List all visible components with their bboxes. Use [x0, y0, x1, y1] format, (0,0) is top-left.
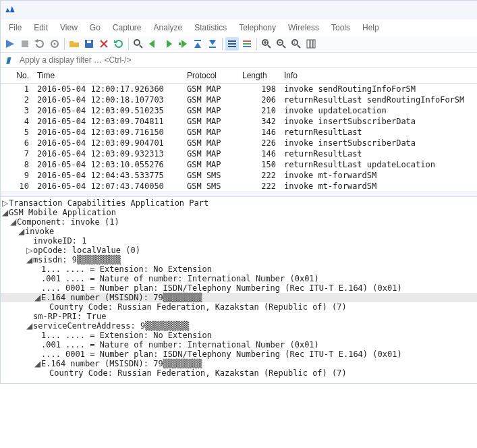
tree-msisdn[interactable]: msisdn: 9▒▒▒▒▒▒▒▒▒ [33, 255, 121, 264]
expand-icon[interactable]: ▷ [1, 198, 9, 208]
svg-rect-14 [243, 43, 251, 45]
cell-info: returnResultLast sendRoutingInfoForSM [280, 94, 477, 105]
tree-cc[interactable]: Country Code: Russian Federation, Kazaks… [49, 302, 347, 312]
zoom-in-icon[interactable] [260, 37, 273, 51]
capture-options-icon[interactable] [48, 37, 61, 51]
cell-length: 146 [238, 127, 280, 138]
save-file-icon[interactable] [82, 37, 96, 51]
svg-rect-11 [228, 43, 236, 45]
expand-icon[interactable]: ▷ [25, 246, 33, 255]
cell-time: 2016-05-04 12:03:09.716150 [33, 127, 183, 138]
collapse-icon[interactable]: ◢ [25, 255, 33, 264]
menu-statistics[interactable]: Statistics [189, 21, 232, 34]
col-info[interactable]: Info [280, 68, 477, 83]
go-first-icon[interactable] [191, 37, 204, 51]
menu-capture[interactable]: Capture [107, 21, 147, 34]
capture-start-icon[interactable] [3, 37, 17, 51]
packet-row[interactable]: 12016-05-04 12:00:17.926360GSM MAP198inv… [1, 84, 477, 94]
go-back-icon[interactable] [146, 37, 160, 51]
packet-row[interactable]: 22016-05-04 12:00:18.107703GSM MAP206ret… [1, 94, 477, 105]
tree-smrp[interactable]: sm-RP-PRI: True [33, 312, 106, 321]
auto-scroll-icon[interactable] [225, 37, 239, 51]
resize-columns-icon[interactable] [304, 37, 318, 51]
tree-sca[interactable]: serviceCentreAddress: 9▒▒▒▒▒▒▒▒▒ [33, 321, 189, 331]
cell-time: 2016-05-04 12:03:09.932313 [33, 148, 183, 159]
tree-cc2[interactable]: Country Code: Russian Federation, Kazaks… [49, 368, 347, 378]
zoom-reset-icon[interactable]: 1 [289, 37, 303, 51]
cell-length: 222 [238, 170, 280, 181]
svg-point-5 [134, 40, 140, 45]
collapse-icon[interactable]: ◢ [9, 217, 17, 227]
col-proto[interactable]: Protocol [183, 68, 238, 83]
close-file-icon[interactable] [97, 37, 111, 51]
packet-row[interactable]: 92016-05-04 12:04:43.533775GSM SMS222inv… [1, 170, 477, 181]
packet-row[interactable]: 52016-05-04 12:03:09.716150GSM MAP146ret… [1, 127, 477, 138]
tree-invoke[interactable]: invoke [25, 227, 54, 236]
tree-nature2[interactable]: .001 .... = Nature of number: Internatio… [41, 340, 319, 349]
packet-row[interactable]: 82016-05-04 12:03:10.055276GSM MAP150ret… [1, 159, 477, 170]
collapse-icon[interactable]: ◢ [17, 227, 25, 236]
menu-go[interactable]: Go [84, 21, 106, 34]
tree-invokeid[interactable]: invokeID: 1 [33, 236, 86, 246]
cell-info: invoke updateLocation [280, 105, 477, 116]
tree-opcode[interactable]: opCode: localValue (0) [33, 246, 140, 255]
go-last-icon[interactable] [206, 37, 219, 51]
tree-plan[interactable]: .... 0001 = Number plan: ISDN/Telephony … [41, 283, 402, 293]
col-length[interactable]: Length [238, 68, 280, 83]
tree-ext[interactable]: 1... .... = Extension: No Extension [41, 264, 212, 274]
collapse-icon[interactable]: ◢ [33, 359, 41, 368]
zoom-out-icon[interactable] [275, 37, 288, 51]
packet-row[interactable]: 32016-05-04 12:03:09.510235GSM MAP210inv… [1, 105, 477, 116]
menu-edit[interactable]: Edit [28, 21, 53, 34]
menu-file[interactable]: File [3, 21, 27, 34]
capture-restart-icon[interactable] [33, 37, 47, 51]
tree-gsm[interactable]: GSM Mobile Application [9, 208, 116, 217]
cell-length: 150 [238, 159, 280, 170]
menu-analyze[interactable]: Analyze [148, 21, 188, 34]
menu-help[interactable]: Help [357, 21, 385, 34]
menu-telephony[interactable]: Telephony [233, 21, 281, 34]
go-to-packet-icon[interactable] [176, 37, 190, 51]
collapse-icon[interactable]: ◢ [25, 321, 33, 331]
packet-row[interactable]: 102016-05-04 12:07:43.740050GSM SMS222in… [1, 181, 477, 192]
pane-splitter[interactable] [1, 192, 477, 197]
tree-e164[interactable]: E.164 number (MSISDN): 79▒▒▒▒▒▒▒▒ [41, 293, 202, 302]
packet-row[interactable]: 42016-05-04 12:03:09.704811GSM MAP342inv… [1, 116, 477, 127]
tree-nature[interactable]: .001 .... = Nature of number: Internatio… [41, 274, 319, 283]
filter-bookmark-icon[interactable]: ▮ [1, 53, 16, 67]
tree-e164b[interactable]: E.164 number (MSISDN): 79▒▒▒▒▒▒▒▒ [41, 359, 202, 368]
collapse-icon[interactable]: ◢ [33, 293, 41, 302]
go-forward-icon[interactable] [161, 37, 175, 51]
cell-protocol: GSM SMS [183, 170, 238, 181]
cell-length: 198 [238, 84, 280, 94]
col-no[interactable]: No. [1, 68, 33, 83]
menu-tools[interactable]: Tools [326, 21, 356, 34]
svg-rect-4 [87, 40, 91, 43]
open-file-icon[interactable] [67, 37, 81, 51]
tree-tcap[interactable]: Transaction Capabilities Application Par… [9, 198, 208, 208]
display-filter-input[interactable] [16, 53, 477, 67]
svg-rect-0 [22, 40, 28, 47]
cell-info: invoke insertSubscriberData [280, 116, 477, 127]
menu-wireless[interactable]: Wireless [283, 21, 325, 34]
tree-component[interactable]: Component: invoke (1) [17, 217, 119, 227]
menu-view[interactable]: View [55, 21, 83, 34]
packet-list[interactable]: No. Time Protocol Length Info 12016-05-0… [1, 68, 477, 192]
tree-plan2[interactable]: .... 0001 = Number plan: ISDN/Telephony … [41, 349, 402, 359]
cell-protocol: GSM MAP [183, 94, 238, 105]
cell-no: 10 [1, 181, 33, 192]
find-icon[interactable] [132, 37, 145, 51]
cell-length: 206 [238, 94, 280, 105]
packet-row[interactable]: 62016-05-04 12:03:09.904701GSM MAP226inv… [1, 138, 477, 148]
packet-row[interactable]: 72016-05-04 12:03:09.932313GSM MAP146ret… [1, 148, 477, 159]
col-time[interactable]: Time [33, 68, 183, 83]
cell-time: 2016-05-04 12:03:09.510235 [33, 105, 183, 116]
colorize-icon[interactable] [240, 37, 254, 51]
cell-length: 226 [238, 138, 280, 148]
packet-details[interactable]: ▷Transaction Capabilities Application Pa… [1, 197, 477, 383]
capture-stop-icon[interactable] [18, 37, 32, 51]
collapse-icon[interactable]: ◢ [1, 208, 9, 217]
reload-icon[interactable] [112, 37, 125, 51]
tree-ext2[interactable]: 1... .... = Extension: No Extension [41, 331, 212, 340]
svg-rect-10 [228, 40, 236, 42]
